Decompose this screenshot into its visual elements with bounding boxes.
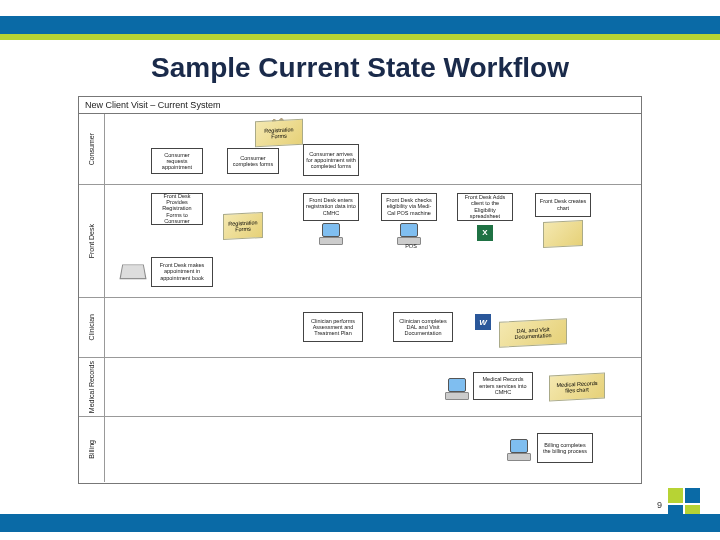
box-medrec-enters-cmhc: Medical Records enters services into CMH… — [473, 372, 533, 400]
box-fd-creates-chart: Front Desk creates chart — [535, 193, 591, 217]
box-consumer-requests: Consumer requests appointment — [151, 148, 203, 174]
swimlanes: Consumer Registration Forms Consumer req… — [79, 114, 641, 482]
box-fd-makes-appointment: Front Desk makes appointment in appointm… — [151, 257, 213, 287]
lane-frontdesk: Front Desk Front Desk Provides Registrat… — [79, 184, 641, 297]
doc-medrec-files-chart: Medical Records files chart — [549, 372, 605, 401]
slide-title: Sample Current State Workflow — [0, 52, 720, 84]
box-fd-eligibility-pos: Front Desk checks eligibility via Medi-C… — [381, 193, 437, 221]
lane-clinician: Clinician Clinician performs Assessment … — [79, 297, 641, 357]
box-clinician-dal: Clinician completes DAL and Visit Docume… — [393, 312, 453, 342]
header-accent — [0, 34, 720, 40]
doc-registration-forms: Registration Forms — [223, 212, 263, 240]
lane-label-clinician: Clinician — [79, 298, 105, 357]
pdf-icon: POS — [401, 243, 421, 249]
word-icon: W — [475, 314, 491, 330]
computer-icon — [319, 223, 341, 243]
box-fd-enters-cmhc: Front Desk enters registration data into… — [303, 193, 359, 221]
swimlane-diagram: New Client Visit – Current System Consum… — [78, 96, 642, 484]
header-bar — [0, 16, 720, 34]
slide-number: 9 — [657, 500, 662, 510]
box-consumer-arrives: Consumer arrives for appointment with co… — [303, 144, 359, 176]
diagram-title: New Client Visit – Current System — [79, 97, 641, 114]
excel-icon: X — [477, 225, 493, 241]
box-clinician-assessment: Clinician performs Assessment and Treatm… — [303, 312, 363, 342]
footer-bar — [0, 514, 720, 532]
box-billing-completes: Billing completes the billing process — [537, 433, 593, 463]
box-fd-adds-spreadsheet: Front Desk Adds client to the Eligibilit… — [457, 193, 513, 221]
doc-chart — [543, 220, 583, 248]
appointment-book-icon — [119, 264, 146, 279]
lane-label-frontdesk: Front Desk — [79, 185, 105, 297]
lane-billing: Billing Billing completes the billing pr… — [79, 416, 641, 482]
computer-icon — [397, 223, 419, 243]
box-consumer-completes: Consumer completes forms — [227, 148, 279, 174]
doc-dal-visit: DAL and Visit Documentation — [499, 318, 567, 348]
lane-consumer: Consumer Registration Forms Consumer req… — [79, 114, 641, 184]
box-fd-provides-forms: Front Desk Provides Registration Forms t… — [151, 193, 203, 225]
lane-label-billing: Billing — [79, 417, 105, 482]
lane-medical-records: Medical Records Medical Records enters s… — [79, 357, 641, 417]
computer-icon — [507, 439, 529, 459]
doc-registration-forms-top: Registration Forms — [255, 119, 303, 148]
lane-label-medrec: Medical Records — [79, 358, 105, 417]
computer-icon — [445, 378, 467, 398]
lane-label-consumer: Consumer — [79, 114, 105, 184]
